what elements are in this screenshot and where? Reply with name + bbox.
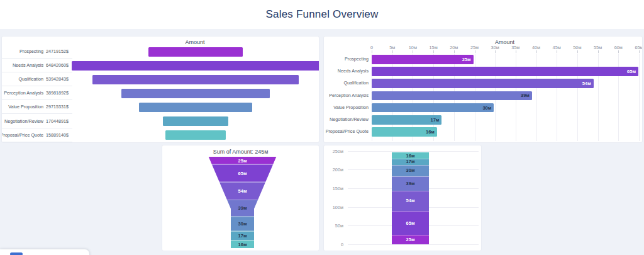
bar-perception-analysis[interactable]: 39м xyxy=(372,91,532,101)
axis-tick xyxy=(392,50,393,53)
y-axis-tick-label: 250м xyxy=(324,149,343,154)
stage-value-label: 17044891$ xyxy=(46,118,69,124)
bar-qualification[interactable] xyxy=(92,75,299,84)
bar-value-label: 54м xyxy=(582,81,591,86)
panel-funnel-table-chart: Amount Prospecting24719152$Needs Analysi… xyxy=(1,36,319,143)
category-label: Negotiation/Review xyxy=(324,115,369,125)
stack-segment-prospecting[interactable]: 25м xyxy=(392,235,429,244)
segment-value-label: 54м xyxy=(208,188,277,194)
gridline xyxy=(639,54,640,141)
segment-divider xyxy=(219,182,266,183)
stack-segment-needs-analysis[interactable]: 65м xyxy=(392,211,429,235)
stack-segment-proposal-price-quote[interactable]: 16м xyxy=(392,152,429,158)
x-axis-tick-label: 5м xyxy=(383,45,402,50)
bar-negotiation-review[interactable]: 17м xyxy=(372,115,441,125)
bar-prospecting[interactable]: 25м xyxy=(372,55,474,64)
bar-perception-analysis[interactable] xyxy=(121,89,270,98)
segment-value-label: 16м xyxy=(208,242,277,247)
axis-tick xyxy=(618,50,619,53)
stack-segment-value-proposition[interactable]: 30м xyxy=(392,165,429,176)
panel-bar-chart: Amount 05м10м15м20м25м30м35м40м45м50м55м… xyxy=(323,36,643,143)
x-axis-tick-label: 40м xyxy=(527,45,546,50)
chart-title-sum-of-amount: Sum of Amount: 245м xyxy=(162,149,319,155)
segment-divider xyxy=(392,235,429,235)
bar-value-label: 17м xyxy=(431,117,440,123)
segment-value-label: 16м xyxy=(406,153,415,159)
bar-value-proposition[interactable]: 30м xyxy=(372,103,494,113)
bar-value-label: 30м xyxy=(482,105,491,111)
category-label: Needs Analysis xyxy=(324,67,369,76)
y-axis-tick-label: 100м xyxy=(324,205,343,210)
stage-row: Perception Analysis38981892$ xyxy=(2,86,72,100)
axis-tick xyxy=(413,50,413,53)
bar-prospecting[interactable] xyxy=(148,47,243,57)
segment-divider xyxy=(392,165,429,166)
panel-stacked-bar-chart: 050м100м150м200м250м25м65м54м39м30м17м16… xyxy=(323,145,482,251)
segment-value-label: 25м xyxy=(208,158,277,164)
gridline xyxy=(348,151,479,152)
bar-value-proposition[interactable] xyxy=(139,103,253,112)
gridline xyxy=(348,244,479,245)
axis-tick xyxy=(475,50,475,53)
segment-divider xyxy=(231,231,254,232)
bar-proposal-price-quote[interactable] xyxy=(165,130,226,140)
axis-tick xyxy=(495,50,496,53)
bar-qualification[interactable]: 54м xyxy=(372,79,594,88)
stage-value-label: 53942843$ xyxy=(46,76,69,82)
x-axis-tick-label: 25м xyxy=(465,45,484,50)
stage-row: Needs Analysis64842060$ xyxy=(2,59,72,72)
corner-button[interactable] xyxy=(10,252,23,255)
x-axis-tick-label: 15м xyxy=(424,45,443,50)
axis-tick xyxy=(639,50,640,53)
segment-divider xyxy=(392,191,429,191)
segment-divider xyxy=(392,211,429,212)
segment-value-label: 54м xyxy=(406,198,415,203)
bar-needs-analysis[interactable] xyxy=(72,61,319,71)
segment-value-label: 17м xyxy=(208,233,277,239)
bar-value-label: 25м xyxy=(462,57,471,62)
y-axis-tick-label: 50м xyxy=(324,223,343,229)
bar-proposal-price-quote[interactable]: 16м xyxy=(372,127,437,137)
bar-needs-analysis[interactable]: 65м xyxy=(372,67,638,76)
segment-divider xyxy=(392,176,429,177)
stack-segment-qualification[interactable]: 54м xyxy=(392,191,429,211)
segment-value-label: 65м xyxy=(208,171,277,176)
x-axis-tick-label: 20м xyxy=(445,45,464,50)
stage-row: Value Proposition29715331$ xyxy=(2,100,72,114)
category-label: Prospecting xyxy=(324,55,369,64)
panel-funnel-chart: Sum of Amount: 245м 25м65м54м39м30м17м16… xyxy=(162,145,319,251)
stage-name-label: Value Proposition xyxy=(8,104,43,110)
stage-value-label: 15889140$ xyxy=(46,132,69,138)
segment-divider xyxy=(231,217,254,217)
segment-value-label: 30м xyxy=(208,221,277,227)
y-axis-tick-label: 200м xyxy=(324,167,343,173)
header: Sales Funnel Overview xyxy=(0,0,644,29)
axis-tick xyxy=(536,50,537,53)
x-axis-tick-label: 60м xyxy=(609,45,628,50)
category-label: Proposal/Price Quote xyxy=(324,127,369,137)
segment-divider xyxy=(392,159,429,159)
corner-widget[interactable] xyxy=(0,249,89,255)
x-axis-tick-label: 65м xyxy=(630,45,643,50)
stack-segment-negotiation-review[interactable]: 17м xyxy=(392,159,429,165)
axis-tick xyxy=(372,50,372,53)
y-axis-tick-label: 0 xyxy=(324,242,343,247)
axis-tick xyxy=(433,50,434,53)
stage-name-label: Prospecting xyxy=(19,48,43,54)
stage-row: Prospecting24719152$ xyxy=(2,45,72,59)
stack-segment-perception-analysis[interactable]: 39м xyxy=(392,176,429,191)
bar-negotiation-review[interactable] xyxy=(163,116,228,126)
category-label: Qualification xyxy=(324,79,369,88)
stage-row: Proposal/Price Quote15889140$ xyxy=(2,128,72,142)
x-axis-tick-label: 55м xyxy=(589,45,608,50)
segment-value-label: 17м xyxy=(406,159,415,164)
segment-value-label: 25м xyxy=(406,237,415,242)
stage-value-label: 24719152$ xyxy=(46,48,69,54)
stage-row: Qualification53942843$ xyxy=(2,72,72,86)
stage-row: Negotiation/Review17044891$ xyxy=(2,115,72,128)
chart-title-amount: Amount xyxy=(71,39,319,45)
stage-name-label: Perception Analysis xyxy=(4,90,43,96)
stage-name-label: Negotiation/Review xyxy=(4,118,43,124)
segment-value-label: 65м xyxy=(406,220,415,226)
segment-divider xyxy=(212,164,274,165)
